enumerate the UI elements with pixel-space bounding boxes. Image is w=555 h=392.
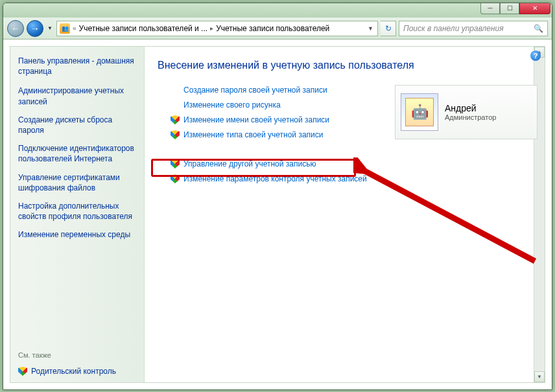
navigation-toolbar: ← → ▼ 👥 « Учетные записи пользователей и…	[3, 17, 552, 40]
close-button[interactable]: ✕	[519, 3, 550, 14]
task-link-change-name[interactable]: Изменение имени своей учетной записи	[183, 115, 329, 124]
sidebar: Панель управления - домашняя страница Ад…	[10, 47, 145, 382]
user-accounts-icon: 👥	[60, 23, 70, 34]
back-button[interactable]: ←	[7, 20, 24, 37]
avatar-image: 🤖	[405, 98, 434, 126]
control-panel-window: ─ ☐ ✕ ← → ▼ 👥 « Учетные записи пользоват…	[3, 3, 552, 390]
shield-icon	[18, 367, 27, 376]
breadcrumb-seg-2[interactable]: Учетные записи пользователей	[216, 24, 329, 33]
breadcrumb-prefix: «	[73, 25, 77, 32]
see-also-label: См. также	[18, 351, 139, 359]
sidebar-link-password-reset-disk[interactable]: Создание дискеты сброса пароля	[18, 115, 139, 135]
sidebar-link-env-vars[interactable]: Изменение переменных среды	[18, 229, 139, 240]
task-link-create-password[interactable]: Создание пароля своей учетной записи	[183, 86, 327, 95]
sidebar-link-admin-accounts[interactable]: Администрирование учетных записей	[18, 86, 139, 106]
maximize-button[interactable]: ☐	[500, 3, 519, 14]
shield-icon	[171, 115, 180, 124]
shield-placeholder	[171, 86, 180, 95]
minimize-button[interactable]: ─	[480, 3, 500, 14]
search-icon[interactable]: 🔍	[534, 24, 543, 33]
annotation-highlight	[151, 159, 356, 177]
address-bar[interactable]: 👥 « Учетные записи пользователей и ... ▸…	[56, 21, 378, 36]
address-dropdown[interactable]: ▼	[366, 25, 375, 32]
shield-icon	[171, 130, 180, 139]
shield-placeholder	[171, 100, 180, 110]
parental-control-label: Родительский контроль	[31, 367, 116, 376]
sidebar-link-profile-props[interactable]: Настройка дополнительных свойств профиля…	[18, 201, 139, 222]
refresh-button[interactable]: ↻	[381, 21, 396, 36]
task-link-change-type[interactable]: Изменение типа своей учетной записи	[183, 130, 323, 139]
avatar: 🤖	[401, 93, 438, 131]
search-input[interactable]: Поиск в панели управления 🔍	[399, 21, 548, 36]
scroll-down-button[interactable]: ▼	[534, 371, 545, 382]
forward-button[interactable]: →	[27, 20, 43, 37]
search-placeholder: Поиск в панели управления	[403, 24, 504, 33]
user-name: Андрей	[445, 103, 496, 113]
nav-history-dropdown[interactable]: ▼	[46, 20, 54, 37]
page-title: Внесение изменений в учетную запись поль…	[158, 60, 525, 71]
sidebar-link-encryption-certs[interactable]: Управление сертификатами шифрования файл…	[18, 172, 139, 193]
sidebar-link-online-ids[interactable]: Подключение идентификаторов пользователе…	[18, 143, 139, 164]
titlebar[interactable]: ─ ☐ ✕	[3, 3, 552, 17]
breadcrumb-sep-icon: ▸	[210, 25, 213, 32]
breadcrumb-seg-1[interactable]: Учетные записи пользователей и ...	[79, 24, 208, 33]
user-info: Андрей Администратор	[445, 103, 496, 121]
user-role: Администратор	[445, 113, 496, 121]
control-panel-home-link[interactable]: Панель управления - домашняя страница	[18, 56, 139, 76]
user-card[interactable]: 🤖 Андрей Администратор	[395, 85, 537, 139]
task-link-change-picture[interactable]: Изменение своего рисунка	[183, 100, 281, 110]
parental-control-link[interactable]: Родительский контроль	[18, 367, 139, 376]
